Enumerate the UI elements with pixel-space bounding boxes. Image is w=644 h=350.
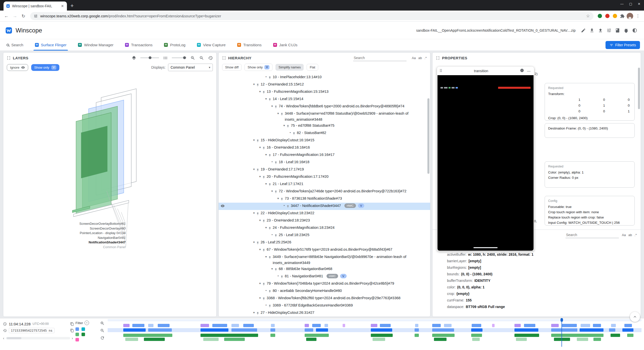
info-icon[interactable] bbox=[520, 68, 524, 73]
timeline-zoom-out-icon[interactable] bbox=[100, 328, 105, 333]
trace-tab[interactable]: Jank CUJs bbox=[273, 39, 298, 51]
back-icon[interactable]: ← bbox=[3, 12, 10, 20]
tree-row[interactable]: ▾ 3449 - Surface(name=885b63e Navigation… bbox=[219, 254, 430, 266]
pin-icon[interactable] bbox=[268, 288, 273, 295]
tree-row[interactable]: • 18 - Leaf:16:16#18 bbox=[219, 159, 430, 166]
property-row[interactable]: ▾ bounds: (0, 0) - (1080, 2400) bbox=[436, 271, 637, 277]
pin-icon[interactable] bbox=[262, 89, 267, 96]
filter-presets-button[interactable]: Filter Presets bbox=[606, 41, 640, 49]
minimize-icon[interactable]: — bbox=[526, 69, 532, 73]
displays-select[interactable]: Common Panel ▾ bbox=[168, 64, 213, 71]
pin-icon[interactable] bbox=[274, 266, 279, 273]
expand-arrow-icon[interactable]: • bbox=[288, 130, 292, 136]
copy-ns-icon[interactable] bbox=[70, 329, 74, 332]
timeline-tracks[interactable] bbox=[108, 318, 641, 350]
pin-icon[interactable] bbox=[262, 217, 267, 225]
property-row[interactable]: ▾ color: (0, 0, 0), alpha: 1 bbox=[436, 284, 637, 290]
tree-row[interactable]: ▾ 16 - OneHanded:16:16#16 bbox=[219, 144, 430, 152]
pin-icon[interactable] bbox=[274, 103, 279, 110]
layers-3d-view[interactable]: ScreenDecorOverlayBottom#61 ScreenDecorO… bbox=[3, 74, 216, 317]
expand-arrow-icon[interactable]: ▾ bbox=[270, 103, 274, 109]
layer-label[interactable]: PointerLocation - display 0#134 bbox=[3, 231, 126, 236]
timeline-scrollbar[interactable]: ‹ › bbox=[3, 336, 74, 340]
expand-arrow-icon[interactable]: ▾ bbox=[252, 210, 256, 216]
trace-tab[interactable]: Search bbox=[7, 39, 23, 51]
tree-row[interactable]: • 82 - StatusBar#82 bbox=[219, 130, 430, 137]
regex-icon[interactable]: .* bbox=[424, 56, 427, 60]
expand-arrow-icon[interactable]: ▾ bbox=[264, 152, 268, 158]
expand-arrow-icon[interactable]: ▾ bbox=[282, 122, 286, 128]
tree-row[interactable]: ▾ 26 - Leaf:25:25#26 bbox=[219, 239, 430, 246]
expand-arrow-icon[interactable]: ▾ bbox=[270, 188, 274, 194]
tab-close-icon[interactable]: ✕ bbox=[60, 4, 64, 8]
expand-arrow-icon[interactable]: ▾ bbox=[276, 110, 280, 116]
download-icon[interactable] bbox=[588, 26, 596, 35]
tree-row[interactable]: ▾ 3368 - WindowToken{f6b2f60 type=2024 a… bbox=[219, 295, 430, 302]
pin-icon[interactable] bbox=[256, 239, 261, 246]
expand-arrow-icon[interactable]: • bbox=[276, 273, 280, 279]
expand-arrow-icon[interactable]: ▾ bbox=[258, 144, 262, 150]
tree-row[interactable]: ▾ 3448 - Surface(name=ed70f88 StatusBar)… bbox=[219, 110, 430, 122]
rotation-slider[interactable] bbox=[140, 58, 159, 58]
hierarchy-search-input[interactable] bbox=[353, 55, 407, 61]
expand-arrow-icon[interactable]: • bbox=[264, 74, 268, 80]
expand-arrow-icon[interactable]: • bbox=[270, 232, 274, 238]
layer-label[interactable]: ScreenDecorOverlayBottom#61 bbox=[3, 222, 126, 226]
expand-arrow-icon[interactable]: ▾ bbox=[258, 246, 262, 252]
properties-scrollbar[interactable] bbox=[638, 66, 640, 222]
tree-row[interactable]: • 10 - ImePlaceholder:13:14#10 bbox=[219, 74, 430, 81]
tree-row[interactable]: • 25 - Leaf:18:23#25 bbox=[219, 232, 430, 239]
timeline-zoom-in-icon[interactable] bbox=[100, 321, 105, 326]
layer-label[interactable]: NotificationShade#3447 bbox=[3, 240, 126, 245]
window-minimize-icon[interactable]: — bbox=[620, 2, 624, 6]
scroll-left-icon[interactable]: ‹ bbox=[3, 336, 4, 340]
bookmark-star-icon[interactable]: ☆ bbox=[586, 13, 590, 19]
attachment-icon[interactable] bbox=[75, 338, 79, 341]
property-row[interactable]: ▾ currFrame: 155 bbox=[436, 297, 637, 303]
expand-arrow-icon[interactable]: • bbox=[282, 203, 286, 209]
pin-icon[interactable] bbox=[268, 152, 273, 159]
tree-row[interactable]: ▾ 13 - FullscreenMagnification:15:15#13 bbox=[219, 89, 430, 96]
tree-row[interactable]: • 3369 - 67726bf EdgeBackGestureHandler0… bbox=[219, 302, 430, 310]
tree-row[interactable]: ▾ 72 - WindowToken{a2746de type=2040 and… bbox=[219, 188, 430, 195]
theme-toggle-icon[interactable] bbox=[630, 26, 639, 35]
forward-icon[interactable]: → bbox=[11, 12, 19, 20]
pin-icon[interactable] bbox=[280, 273, 285, 280]
pin-icon[interactable] bbox=[280, 195, 285, 203]
pin-icon[interactable] bbox=[262, 173, 267, 181]
expand-arrow-icon[interactable]: ▾ bbox=[258, 217, 262, 223]
tree-row[interactable]: ▾ 14 - Leaf:15:15#14 bbox=[219, 96, 430, 103]
property-row[interactable]: ▾ activeBuffer: w: 1080, h: 2400, stride… bbox=[436, 251, 637, 258]
property-row[interactable]: ▾ crop: {empty} bbox=[436, 290, 637, 297]
tree-row[interactable]: ▾ 74 - WindowToken{fdddbe6 type=2000 and… bbox=[219, 103, 430, 110]
tree-row[interactable]: ▾ 23 - OneHanded:18:23#23 bbox=[219, 217, 430, 225]
extension-icon-red[interactable] bbox=[604, 13, 611, 19]
whole-word-icon[interactable]: ab bbox=[628, 233, 632, 237]
layer-label[interactable]: Common Panel bbox=[3, 245, 126, 250]
pin-icon[interactable] bbox=[256, 166, 261, 173]
hierarchy-scrollbar[interactable] bbox=[427, 74, 430, 315]
expand-arrow-icon[interactable]: ▾ bbox=[252, 81, 256, 87]
show-only-v-chip[interactable]: Show only V bbox=[31, 64, 59, 71]
upload-icon[interactable] bbox=[596, 26, 605, 35]
tree-row[interactable]: • 3447 - NotificationShade#3447 HWC V bbox=[219, 203, 430, 210]
expand-panel-icon[interactable] bbox=[222, 56, 226, 60]
scrollbar-thumb[interactable] bbox=[7, 337, 21, 339]
timeline-cursor[interactable] bbox=[561, 318, 562, 347]
tree-row[interactable]: ▾ 12 - OneHanded:15:15#12 bbox=[219, 81, 430, 89]
match-case-icon[interactable]: Aa bbox=[412, 56, 416, 60]
pin-icon[interactable] bbox=[262, 295, 267, 302]
tree-row[interactable]: ▾ 73 - 8736138 NotificationShade#73 bbox=[219, 195, 430, 203]
tree-row[interactable]: • 81 - NavigationBar0#81 HWC V bbox=[219, 273, 430, 280]
expand-arrow-icon[interactable]: ▾ bbox=[264, 225, 268, 231]
whole-word-icon[interactable]: ab bbox=[418, 56, 422, 60]
layer-label[interactable]: ScreenDecorOverlay#60 bbox=[3, 226, 126, 231]
simplify-names-button[interactable]: Simplify names bbox=[275, 64, 304, 71]
scroll-up-fab[interactable] bbox=[630, 312, 640, 322]
expand-arrow-icon[interactable]: ▾ bbox=[252, 310, 256, 316]
pin-icon[interactable] bbox=[256, 81, 261, 89]
url-bar[interactable]: winscope.teams.x20web.corp.google.com/pr… bbox=[30, 12, 593, 20]
property-row[interactable]: ▾ barrierLayer: [empty] bbox=[436, 258, 637, 264]
docs-icon[interactable] bbox=[613, 26, 622, 35]
expand-arrow-icon[interactable]: ▾ bbox=[258, 295, 262, 301]
